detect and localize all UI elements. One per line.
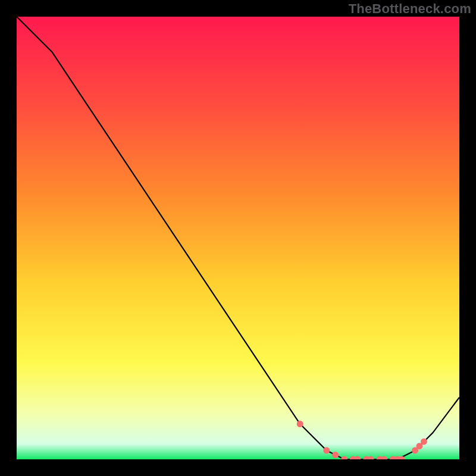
watermark-text: TheBottleneck.com — [349, 1, 471, 17]
gradient-background — [17, 17, 459, 459]
plot-area — [17, 17, 459, 459]
marker-dot — [421, 439, 427, 445]
chart-frame: TheBottleneck.com — [0, 0, 476, 476]
bottleneck-chart — [17, 17, 459, 459]
marker-dot — [297, 421, 303, 427]
marker-dot — [332, 452, 339, 458]
marker-dot — [323, 447, 330, 454]
